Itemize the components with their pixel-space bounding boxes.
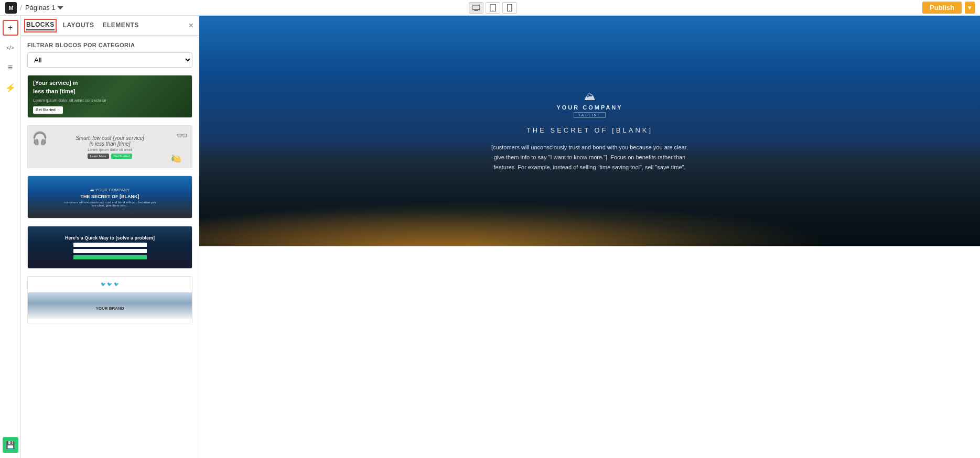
hero-section: ⛰ YOUR COMPANY TAGLINE THE SECRET OF [BL… [199, 16, 980, 246]
block-thumbnail-2[interactable]: 🎧 👓 🍋 Smart, low cost [your service]in l… [27, 125, 192, 168]
publish-button[interactable]: Publish [922, 2, 962, 14]
block-4-title: Here's a Quick Way to [solve a problem] [65, 235, 155, 241]
block-5-logo: YOUR BRAND [95, 306, 124, 311]
desktop-view-button[interactable] [469, 2, 483, 14]
hero-secret-title: THE SECRET OF [BLANK] [490, 126, 690, 134]
block-1-title: [Your service] inless than [time] Lorem … [33, 79, 106, 114]
company-name: YOUR COMPANY [556, 104, 622, 111]
block-3-content: ⛰ YOUR COMPANY THE SECRET OF [BLANK] cus… [63, 188, 157, 207]
lemon-icon: 🍋 [171, 154, 181, 163]
svg-rect-0 [472, 5, 480, 9]
company-logo-icon: ⛰ [584, 90, 596, 103]
page-name: Páginas 1 [25, 4, 56, 12]
app-logo: M [5, 2, 17, 14]
code-button[interactable]: </> [3, 40, 18, 56]
tab-elements[interactable]: ELEMENTS [102, 21, 138, 30]
lightning-icon: ⚡ [5, 83, 16, 93]
canvas-white-area [199, 246, 980, 456]
svg-point-5 [492, 10, 493, 10]
mobile-icon [506, 4, 513, 12]
chevron-down-icon [57, 5, 63, 11]
mountain-bg [28, 292, 192, 319]
canvas-frame: ⛰ YOUR COMPANY TAGLINE THE SECRET OF [BL… [199, 16, 980, 458]
save-icon: 💾 [6, 441, 15, 449]
main-area: + </> ≡ ⚡ 💾 BLOCKS LAYOUTS ELEMENTS × FI… [0, 16, 980, 458]
more-options-button[interactable]: ▾ [965, 2, 975, 14]
panel-tabs: BLOCKS LAYOUTS ELEMENTS × [21, 16, 199, 36]
save-button[interactable]: 💾 [3, 437, 18, 453]
page-selector[interactable]: Páginas 1 [25, 4, 63, 12]
topbar-left: M / Páginas 1 [5, 2, 63, 14]
icon-sidebar: + </> ≡ ⚡ 💾 [0, 16, 21, 458]
close-panel-button[interactable]: × [189, 21, 193, 30]
block-2-content: Smart, low cost [your service]in less th… [76, 135, 144, 159]
add-block-button[interactable]: + [3, 20, 18, 36]
block-thumbnail-4[interactable]: Here's a Quick Way to [solve a problem] [27, 226, 192, 269]
block-4-cta [73, 255, 147, 259]
headphones-icon: 🎧 [32, 131, 48, 146]
hero-content: ⛰ YOUR COMPANY TAGLINE THE SECRET OF [BL… [490, 90, 690, 172]
block-4-input2 [73, 249, 147, 253]
filter-label: FILTRAR BLOCOS POR CATEGORIA [27, 42, 192, 48]
topbar: M / Páginas 1 Publish ▾ [0, 0, 980, 16]
block-thumbnail-3[interactable]: ⛰ YOUR COMPANY THE SECRET OF [BLANK] cus… [27, 176, 192, 219]
desktop-icon [472, 4, 480, 12]
topbar-right: Publish ▾ [922, 2, 975, 14]
company-tagline: TAGLINE [574, 112, 606, 118]
integrations-button[interactable]: ⚡ [3, 80, 18, 95]
svg-point-7 [509, 10, 510, 10]
hero-logo-area: ⛰ YOUR COMPANY TAGLINE [490, 90, 690, 118]
blocks-panel: BLOCKS LAYOUTS ELEMENTS × FILTRAR BLOCOS… [21, 16, 199, 458]
hero-description: [customers will unconsciously trust and … [490, 143, 690, 172]
topbar-separator: / [20, 4, 22, 12]
hero-city-lights [199, 183, 980, 246]
block-4-input1 [73, 243, 147, 247]
mobile-view-button[interactable] [502, 2, 517, 14]
doc-icon: ≡ [8, 63, 13, 72]
pages-button[interactable]: ≡ [3, 60, 18, 75]
glasses-icon: 👓 [176, 130, 188, 141]
tablet-view-button[interactable] [486, 2, 500, 14]
canvas-area[interactable]: ⛰ YOUR COMPANY TAGLINE THE SECRET OF [BL… [199, 16, 980, 458]
block-thumbnail-5[interactable]: 🐦 🐦 🐦 YOUR BRAND [27, 276, 192, 323]
category-filter[interactable]: All Hero Features Testimonials Pricing C… [27, 52, 192, 68]
birds-decoration: 🐦 🐦 🐦 [101, 282, 119, 287]
tab-blocks[interactable]: BLOCKS [26, 21, 55, 30]
block-thumbnail-1[interactable]: [Your service] inless than [time] Lorem … [27, 75, 192, 118]
code-icon: </> [6, 45, 14, 51]
tablet-icon [489, 4, 497, 12]
tab-layouts[interactable]: LAYOUTS [63, 21, 94, 30]
panel-body: FILTRAR BLOCOS POR CATEGORIA All Hero Fe… [21, 36, 199, 458]
plus-icon: + [8, 23, 13, 32]
view-controls [469, 2, 517, 14]
sidebar-bottom: 💾 [3, 437, 18, 453]
